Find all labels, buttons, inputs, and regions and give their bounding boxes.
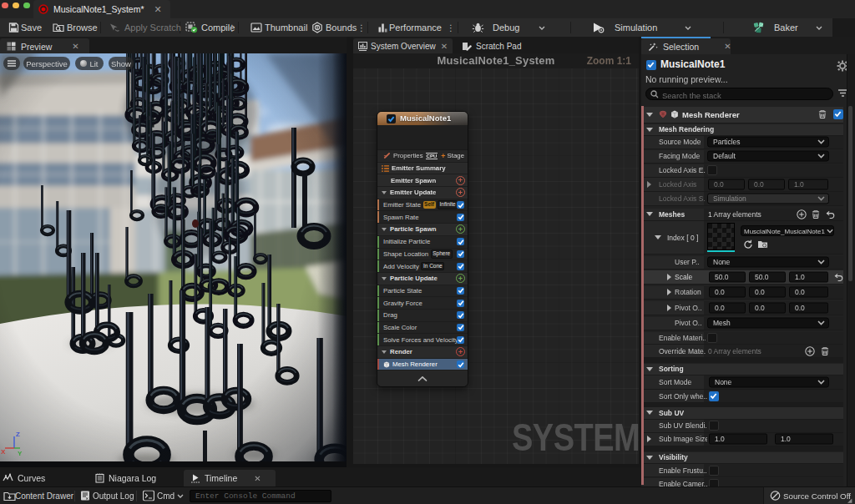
svg-text:X: X <box>1 448 6 456</box>
svg-text:Z: Z <box>16 431 20 438</box>
svg-text:Y: Y <box>18 450 23 457</box>
